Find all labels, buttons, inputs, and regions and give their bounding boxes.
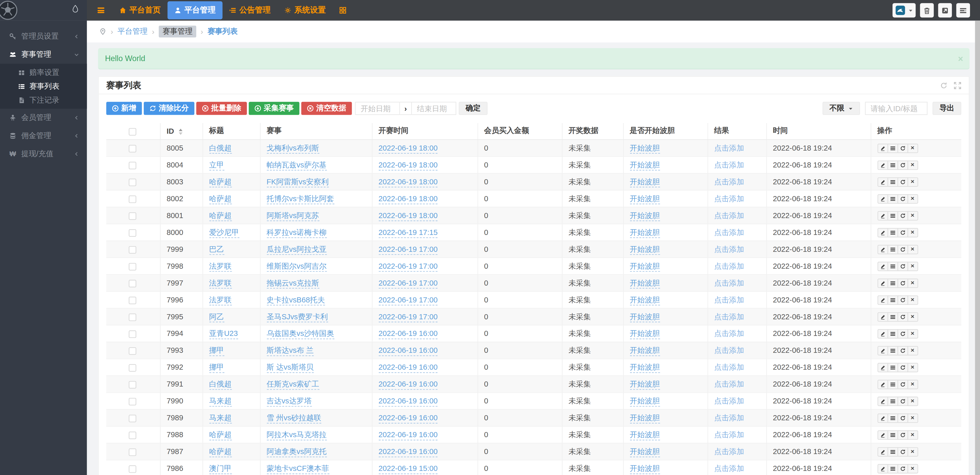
bodan-link[interactable]: 开始波胆 — [630, 346, 660, 356]
alert-close-icon[interactable]: × — [958, 53, 963, 64]
bodan-link[interactable]: 开始波胆 — [630, 447, 660, 457]
list-sm-action-button[interactable] — [887, 362, 898, 372]
redo-action-button[interactable] — [897, 447, 908, 456]
nav-item-平台首页[interactable]: 平台首页 — [113, 0, 167, 21]
match-link[interactable]: 阿拉木vs马克塔拉 — [267, 430, 327, 440]
新增-button[interactable]: 新增 — [106, 102, 142, 115]
close-action-button[interactable]: × — [907, 262, 918, 271]
bodan-link[interactable]: 开始波胆 — [630, 228, 660, 238]
league-link[interactable]: 哈萨超 — [209, 177, 232, 187]
external-button[interactable] — [938, 3, 952, 17]
edit-action-button[interactable] — [877, 211, 888, 220]
list-sm-action-button[interactable] — [887, 245, 898, 254]
list-sm-action-button[interactable] — [887, 464, 898, 473]
list-sm-action-button[interactable] — [887, 346, 898, 355]
match-link[interactable]: 帕纳瓦兹vs萨尔基 — [267, 160, 327, 170]
row-checkbox[interactable] — [129, 364, 136, 372]
start-time-link[interactable]: 2022-06-19 16:00 — [378, 430, 438, 440]
nav-item-grid[interactable] — [332, 0, 353, 21]
breadcrumb-item-赛事管理[interactable]: 赛事管理 — [159, 25, 196, 37]
row-checkbox[interactable] — [129, 415, 136, 422]
redo-action-button[interactable] — [897, 396, 908, 406]
close-action-button[interactable]: × — [907, 245, 918, 254]
close-action-button[interactable]: × — [907, 228, 918, 237]
row-checkbox[interactable] — [129, 280, 136, 287]
close-action-button[interactable]: × — [907, 464, 918, 473]
bodan-link[interactable]: 开始波胆 — [630, 312, 660, 322]
list-sm-action-button[interactable] — [887, 413, 898, 423]
league-link[interactable]: 马来超 — [209, 413, 232, 423]
start-time-link[interactable]: 2022-06-19 17:00 — [378, 312, 438, 322]
list-sm-action-button[interactable] — [887, 396, 898, 406]
league-link[interactable]: 哈萨超 — [209, 447, 232, 457]
redo-action-button[interactable] — [897, 143, 908, 153]
redo-action-button[interactable] — [897, 329, 908, 338]
start-time-link[interactable]: 2022-06-19 16:00 — [378, 413, 438, 423]
match-link[interactable]: 斯塔达vs布 兰 — [267, 346, 313, 356]
list-sm-action-button[interactable] — [887, 228, 898, 237]
edit-action-button[interactable] — [877, 278, 888, 288]
start-time-link[interactable]: 2022-06-19 15:00 — [378, 464, 438, 474]
sidebar-item-提现/充值[interactable]: ₩提现/充值 — [0, 145, 87, 163]
edit-action-button[interactable] — [877, 362, 888, 372]
list-sm-action-button[interactable] — [887, 447, 898, 456]
批量删除-button[interactable]: 批量删除 — [196, 102, 247, 115]
list-sm-action-button[interactable] — [887, 295, 898, 305]
row-checkbox[interactable] — [129, 145, 136, 152]
redo-action-button[interactable] — [897, 262, 908, 271]
trash-button[interactable] — [920, 3, 934, 17]
fullscreen-icon[interactable] — [954, 81, 961, 89]
start-time-link[interactable]: 2022-06-19 16:00 — [378, 363, 438, 373]
bodan-link[interactable]: 开始波胆 — [630, 295, 660, 305]
edit-action-button[interactable] — [877, 413, 888, 423]
edit-action-button[interactable] — [877, 430, 888, 440]
row-checkbox[interactable] — [129, 432, 136, 439]
add-result-link[interactable]: 点击添加 — [714, 413, 744, 422]
list-sm-action-button[interactable] — [887, 211, 898, 220]
add-result-link[interactable]: 点击添加 — [714, 177, 744, 186]
list-sm-action-button[interactable] — [887, 278, 898, 288]
add-result-link[interactable]: 点击添加 — [714, 362, 744, 371]
start-time-link[interactable]: 2022-06-19 17:00 — [378, 295, 438, 305]
breadcrumb-item-赛事列表[interactable]: 赛事列表 — [207, 26, 237, 37]
row-checkbox[interactable] — [129, 465, 136, 473]
close-action-button[interactable]: × — [907, 312, 918, 321]
close-action-button[interactable]: × — [907, 380, 918, 389]
start-time-link[interactable]: 2022-06-19 17:15 — [378, 228, 438, 238]
bodan-link[interactable]: 开始波胆 — [630, 278, 660, 288]
start-time-link[interactable]: 2022-06-19 17:00 — [378, 245, 438, 255]
add-result-link[interactable]: 点击添加 — [714, 245, 744, 253]
redo-action-button[interactable] — [897, 312, 908, 321]
bodan-link[interactable]: 开始波胆 — [630, 380, 660, 389]
select-all-checkbox[interactable] — [129, 128, 136, 135]
match-link[interactable]: 维斯图尔vs阿吉尔 — [267, 262, 327, 272]
league-link[interactable]: 法罗联 — [209, 295, 232, 305]
match-link[interactable]: 吉达vs达罗塔 — [267, 396, 312, 406]
start-time-link[interactable]: 2022-06-19 18:00 — [378, 194, 438, 204]
league-link[interactable]: 澳门甲 — [209, 464, 232, 474]
清空数据-button[interactable]: 清空数据 — [301, 102, 352, 115]
breadcrumb-item-平台管理[interactable]: 平台管理 — [118, 26, 147, 37]
match-link[interactable]: 科罗拉vs诺梅卡柳 — [267, 228, 327, 238]
match-link[interactable]: 阿迪拿奥vs阿克托 — [267, 447, 327, 457]
nav-item-公告管理[interactable]: 公告管理 — [223, 0, 278, 21]
list-sm-action-button[interactable] — [887, 143, 898, 153]
bodan-link[interactable]: 开始波胆 — [630, 211, 660, 221]
match-link[interactable]: 托博尔vs卡斯比阿套 — [267, 194, 334, 204]
row-checkbox[interactable] — [129, 246, 136, 253]
edit-action-button[interactable] — [877, 194, 888, 203]
bodan-link[interactable]: 开始波胆 — [630, 177, 660, 187]
list-sm-action-button[interactable] — [887, 262, 898, 271]
redo-action-button[interactable] — [897, 160, 908, 170]
add-result-link[interactable]: 点击添加 — [714, 160, 744, 169]
match-link[interactable]: 乌兹国奥vs沙特国奥 — [267, 329, 334, 339]
bars-button[interactable] — [956, 3, 970, 17]
redo-action-button[interactable] — [897, 177, 908, 187]
list-sm-action-button[interactable] — [887, 194, 898, 203]
bodan-link[interactable]: 开始波胆 — [630, 430, 660, 440]
add-result-link[interactable]: 点击添加 — [714, 464, 744, 472]
add-result-link[interactable]: 点击添加 — [714, 143, 744, 152]
start-time-link[interactable]: 2022-06-19 18:00 — [378, 211, 438, 221]
close-action-button[interactable]: × — [907, 346, 918, 355]
list-sm-action-button[interactable] — [887, 160, 898, 170]
